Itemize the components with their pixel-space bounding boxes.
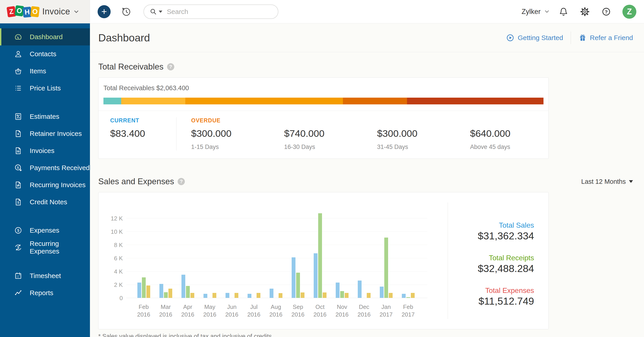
topbar-main: Zylker xyxy=(90,0,644,24)
chart-totals-panel: Total Sales $31,362.334 Total Receipts $… xyxy=(448,192,548,329)
estimates-icon xyxy=(14,112,22,121)
receivables-help-icon[interactable] xyxy=(167,63,174,70)
dashboard-icon xyxy=(14,33,22,41)
sidebar-item-recurring-invoices[interactable]: Recurring Invoices xyxy=(0,176,90,193)
sidebar-item-invoices[interactable]: Invoices xyxy=(0,142,90,159)
svg-text:$: $ xyxy=(17,200,19,204)
bar-receipts xyxy=(384,238,388,298)
bar-expenses xyxy=(234,293,238,298)
sidebar-item-label: Expenses xyxy=(30,226,59,234)
sidebar-item-price-lists[interactable]: Price Lists xyxy=(0,80,90,97)
sales-expenses-chart: Feb2016Mar2016Apr2016May2016Jun2016Jul20… xyxy=(126,211,428,298)
overdue-label xyxy=(377,117,456,128)
sidebar-item-label: Estimates xyxy=(30,113,59,120)
sidebar-item-label: Payments Received xyxy=(30,164,90,172)
date-range-dropdown[interactable]: Last 12 Months xyxy=(581,178,633,185)
sidebar-item-retainer-invoices[interactable]: Retainer Invoices xyxy=(0,125,90,142)
org-switcher[interactable]: Zylker xyxy=(522,8,547,16)
help-button[interactable]: ? xyxy=(601,7,611,17)
bar-expenses xyxy=(256,293,260,298)
bar-sales xyxy=(226,293,229,298)
x-tick-label: Jan2017 xyxy=(375,303,397,318)
recent-history-button[interactable] xyxy=(121,7,131,17)
y-tick-label: 10 K xyxy=(105,228,123,235)
current-receivables-block: CURRENT $83.400 xyxy=(98,117,176,151)
divider xyxy=(571,32,571,44)
sidebar-item-label: Timesheet xyxy=(30,272,61,280)
sidebar-item-contacts[interactable]: Contacts xyxy=(0,46,90,63)
gear-icon xyxy=(580,7,590,17)
sidebar-item-payments-received[interactable]: $ Payments Received xyxy=(0,159,90,176)
bar-expenses xyxy=(323,292,326,298)
aging-segment-above-45-days xyxy=(407,98,544,104)
bar-expenses xyxy=(345,293,348,298)
global-search[interactable] xyxy=(144,5,278,19)
svg-text:$: $ xyxy=(17,166,19,169)
getting-started-link[interactable]: Getting Started xyxy=(506,34,563,42)
bell-icon xyxy=(558,7,568,17)
sales-footnote: * Sales value displayed is inclusive of … xyxy=(98,333,644,337)
bar-sales xyxy=(402,294,406,298)
bucket-amount: $300.000 xyxy=(377,128,456,139)
sidebar-item-timesheet[interactable]: Timesheet xyxy=(0,267,90,284)
bar-expenses xyxy=(367,293,370,298)
sidebar-item-credit-notes[interactable]: $ Credit Notes xyxy=(0,193,90,211)
bar-group xyxy=(402,293,415,298)
search-icon xyxy=(150,8,157,15)
bar-group xyxy=(292,257,304,298)
zoho-invoice-app: Z O H O Invoice xyxy=(0,0,644,337)
user-avatar[interactable]: Z xyxy=(622,5,636,19)
header-actions: Getting Started Refer a Friend xyxy=(506,32,633,44)
sidebar-item-reports[interactable]: Reports xyxy=(0,284,90,301)
caret-down-icon xyxy=(629,180,633,183)
x-tick-label: Dec2016 xyxy=(353,303,375,318)
brand-switcher[interactable]: Z O H O Invoice xyxy=(0,0,90,24)
sidebar-item-label: Dashboard xyxy=(30,33,63,41)
bucket-period: 16-30 Days xyxy=(284,144,363,151)
bucket-amount: $640.000 xyxy=(470,128,549,139)
bar-receipts xyxy=(142,277,146,298)
bar-receipts xyxy=(318,213,322,298)
gift-icon xyxy=(578,34,587,42)
aging-segment-16-30-days xyxy=(185,98,343,104)
overdue-label: OVERDUE xyxy=(191,117,270,128)
quick-create-button[interactable] xyxy=(98,5,111,18)
sidebar-item-expenses[interactable]: $ Expenses xyxy=(0,222,90,239)
sidebar-item-label: Contacts xyxy=(30,50,56,58)
receivables-aging-bar xyxy=(104,98,544,104)
notifications-button[interactable] xyxy=(558,7,568,17)
x-tick-label: Oct2016 xyxy=(309,303,331,318)
sidebar-item-items[interactable]: Items xyxy=(0,63,90,80)
bar-group xyxy=(138,277,150,298)
y-tick-label: 6 K xyxy=(105,255,123,262)
bucket-amount: $740.000 xyxy=(284,128,363,139)
refer-a-friend-link[interactable]: Refer a Friend xyxy=(578,34,633,42)
payments-received-icon: $ xyxy=(14,164,22,172)
sidebar-item-dashboard[interactable]: Dashboard xyxy=(0,28,90,46)
bar-sales xyxy=(160,284,163,298)
search-scope-caret-icon[interactable] xyxy=(159,11,162,13)
bar-receipts xyxy=(406,297,410,298)
sales-expenses-help-icon[interactable] xyxy=(178,178,185,185)
overdue-bucket: $300.000 31-45 Days xyxy=(362,117,456,151)
bar-expenses xyxy=(146,285,150,298)
sidebar-item-label: Invoices xyxy=(30,147,54,155)
bar-group xyxy=(204,293,216,298)
x-tick-label: Aug2016 xyxy=(265,303,287,318)
y-tick-label: 2 K xyxy=(105,281,123,288)
settings-button[interactable] xyxy=(580,7,590,17)
sidebar-item-estimates[interactable]: Estimates xyxy=(0,108,90,125)
aging-segment-current xyxy=(104,98,121,104)
x-tick-label: Sep2016 xyxy=(287,303,309,318)
sidebar-item-label: Items xyxy=(30,67,46,75)
bar-sales xyxy=(336,282,340,298)
sidebar-item-recurring-expenses[interactable]: $ Recurring Expenses xyxy=(0,239,90,256)
total-label: Total Sales xyxy=(478,221,534,230)
chart-total-total-sales: Total Sales $31,362.334 xyxy=(478,221,534,242)
search-input[interactable] xyxy=(167,8,272,16)
bar-group xyxy=(248,293,260,298)
aging-segment-31-45-days xyxy=(343,98,407,104)
price-lists-icon xyxy=(14,84,22,93)
y-tick-label: 4 K xyxy=(105,268,123,275)
bar-expenses xyxy=(212,293,216,298)
